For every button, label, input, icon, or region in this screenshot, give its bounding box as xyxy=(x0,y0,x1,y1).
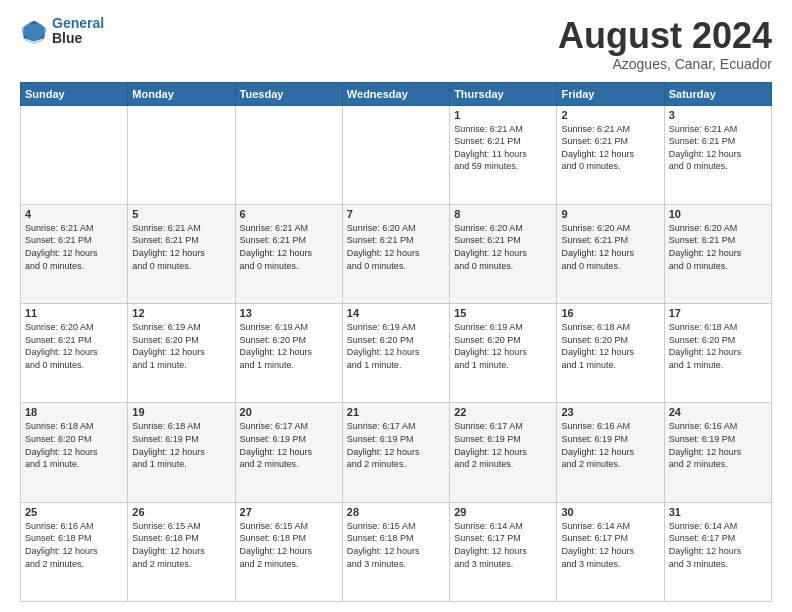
subtitle: Azogues, Canar, Ecuador xyxy=(558,56,772,72)
calendar-cell: 13Sunrise: 6:19 AM Sunset: 6:20 PM Dayli… xyxy=(235,304,342,403)
calendar-cell: 4Sunrise: 6:21 AM Sunset: 6:21 PM Daylig… xyxy=(21,204,128,303)
day-info: Sunrise: 6:19 AM Sunset: 6:20 PM Dayligh… xyxy=(347,321,445,371)
day-number: 29 xyxy=(454,506,552,518)
day-info: Sunrise: 6:14 AM Sunset: 6:17 PM Dayligh… xyxy=(561,520,659,570)
main-title: August 2024 xyxy=(558,16,772,56)
calendar-cell: 30Sunrise: 6:14 AM Sunset: 6:17 PM Dayli… xyxy=(557,502,664,601)
day-number: 3 xyxy=(669,109,767,121)
day-number: 28 xyxy=(347,506,445,518)
calendar-cell: 24Sunrise: 6:16 AM Sunset: 6:19 PM Dayli… xyxy=(664,403,771,502)
calendar-cell: 1Sunrise: 6:21 AM Sunset: 6:21 PM Daylig… xyxy=(450,105,557,204)
calendar-cell: 28Sunrise: 6:15 AM Sunset: 6:18 PM Dayli… xyxy=(342,502,449,601)
day-info: Sunrise: 6:16 AM Sunset: 6:18 PM Dayligh… xyxy=(25,520,123,570)
day-info: Sunrise: 6:21 AM Sunset: 6:21 PM Dayligh… xyxy=(240,222,338,272)
calendar-header-friday: Friday xyxy=(557,82,664,105)
calendar-cell: 22Sunrise: 6:17 AM Sunset: 6:19 PM Dayli… xyxy=(450,403,557,502)
day-info: Sunrise: 6:20 AM Sunset: 6:21 PM Dayligh… xyxy=(669,222,767,272)
calendar-header-monday: Monday xyxy=(128,82,235,105)
day-info: Sunrise: 6:21 AM Sunset: 6:21 PM Dayligh… xyxy=(454,123,552,173)
day-info: Sunrise: 6:14 AM Sunset: 6:17 PM Dayligh… xyxy=(669,520,767,570)
day-info: Sunrise: 6:17 AM Sunset: 6:19 PM Dayligh… xyxy=(347,420,445,470)
calendar-cell: 31Sunrise: 6:14 AM Sunset: 6:17 PM Dayli… xyxy=(664,502,771,601)
day-info: Sunrise: 6:20 AM Sunset: 6:21 PM Dayligh… xyxy=(561,222,659,272)
day-number: 19 xyxy=(132,406,230,418)
day-number: 15 xyxy=(454,307,552,319)
day-number: 8 xyxy=(454,208,552,220)
calendar-header-tuesday: Tuesday xyxy=(235,82,342,105)
day-info: Sunrise: 6:21 AM Sunset: 6:21 PM Dayligh… xyxy=(561,123,659,173)
day-number: 17 xyxy=(669,307,767,319)
day-number: 4 xyxy=(25,208,123,220)
day-number: 10 xyxy=(669,208,767,220)
calendar-cell: 15Sunrise: 6:19 AM Sunset: 6:20 PM Dayli… xyxy=(450,304,557,403)
header: General Blue August 2024 Azogues, Canar,… xyxy=(20,16,772,72)
calendar-week-2: 11Sunrise: 6:20 AM Sunset: 6:21 PM Dayli… xyxy=(21,304,772,403)
calendar-cell: 27Sunrise: 6:15 AM Sunset: 6:18 PM Dayli… xyxy=(235,502,342,601)
day-number: 12 xyxy=(132,307,230,319)
title-block: August 2024 Azogues, Canar, Ecuador xyxy=(558,16,772,72)
calendar-header-wednesday: Wednesday xyxy=(342,82,449,105)
calendar-header-row: SundayMondayTuesdayWednesdayThursdayFrid… xyxy=(21,82,772,105)
day-info: Sunrise: 6:21 AM Sunset: 6:21 PM Dayligh… xyxy=(132,222,230,272)
calendar-cell xyxy=(235,105,342,204)
page: General Blue August 2024 Azogues, Canar,… xyxy=(0,0,792,612)
calendar-cell xyxy=(21,105,128,204)
calendar-cell: 17Sunrise: 6:18 AM Sunset: 6:20 PM Dayli… xyxy=(664,304,771,403)
day-info: Sunrise: 6:18 AM Sunset: 6:20 PM Dayligh… xyxy=(561,321,659,371)
day-number: 5 xyxy=(132,208,230,220)
day-number: 13 xyxy=(240,307,338,319)
day-number: 1 xyxy=(454,109,552,121)
day-info: Sunrise: 6:17 AM Sunset: 6:19 PM Dayligh… xyxy=(454,420,552,470)
calendar-cell: 29Sunrise: 6:14 AM Sunset: 6:17 PM Dayli… xyxy=(450,502,557,601)
calendar-cell: 25Sunrise: 6:16 AM Sunset: 6:18 PM Dayli… xyxy=(21,502,128,601)
calendar-cell: 23Sunrise: 6:16 AM Sunset: 6:19 PM Dayli… xyxy=(557,403,664,502)
day-number: 11 xyxy=(25,307,123,319)
calendar-header-thursday: Thursday xyxy=(450,82,557,105)
calendar-cell: 19Sunrise: 6:18 AM Sunset: 6:19 PM Dayli… xyxy=(128,403,235,502)
calendar-week-1: 4Sunrise: 6:21 AM Sunset: 6:21 PM Daylig… xyxy=(21,204,772,303)
calendar-cell: 16Sunrise: 6:18 AM Sunset: 6:20 PM Dayli… xyxy=(557,304,664,403)
calendar-cell xyxy=(128,105,235,204)
day-number: 16 xyxy=(561,307,659,319)
day-info: Sunrise: 6:17 AM Sunset: 6:19 PM Dayligh… xyxy=(240,420,338,470)
calendar-header-saturday: Saturday xyxy=(664,82,771,105)
day-number: 9 xyxy=(561,208,659,220)
day-info: Sunrise: 6:16 AM Sunset: 6:19 PM Dayligh… xyxy=(669,420,767,470)
calendar-cell: 20Sunrise: 6:17 AM Sunset: 6:19 PM Dayli… xyxy=(235,403,342,502)
calendar-cell: 10Sunrise: 6:20 AM Sunset: 6:21 PM Dayli… xyxy=(664,204,771,303)
calendar-cell: 14Sunrise: 6:19 AM Sunset: 6:20 PM Dayli… xyxy=(342,304,449,403)
day-number: 30 xyxy=(561,506,659,518)
logo-icon xyxy=(20,17,48,45)
calendar-cell xyxy=(342,105,449,204)
calendar-cell: 9Sunrise: 6:20 AM Sunset: 6:21 PM Daylig… xyxy=(557,204,664,303)
day-number: 6 xyxy=(240,208,338,220)
day-number: 23 xyxy=(561,406,659,418)
day-info: Sunrise: 6:15 AM Sunset: 6:18 PM Dayligh… xyxy=(347,520,445,570)
calendar-cell: 5Sunrise: 6:21 AM Sunset: 6:21 PM Daylig… xyxy=(128,204,235,303)
calendar-cell: 6Sunrise: 6:21 AM Sunset: 6:21 PM Daylig… xyxy=(235,204,342,303)
day-info: Sunrise: 6:19 AM Sunset: 6:20 PM Dayligh… xyxy=(454,321,552,371)
day-info: Sunrise: 6:20 AM Sunset: 6:21 PM Dayligh… xyxy=(25,321,123,371)
day-info: Sunrise: 6:20 AM Sunset: 6:21 PM Dayligh… xyxy=(347,222,445,272)
day-info: Sunrise: 6:14 AM Sunset: 6:17 PM Dayligh… xyxy=(454,520,552,570)
day-info: Sunrise: 6:21 AM Sunset: 6:21 PM Dayligh… xyxy=(25,222,123,272)
day-number: 25 xyxy=(25,506,123,518)
calendar-cell: 2Sunrise: 6:21 AM Sunset: 6:21 PM Daylig… xyxy=(557,105,664,204)
calendar-cell: 7Sunrise: 6:20 AM Sunset: 6:21 PM Daylig… xyxy=(342,204,449,303)
calendar-cell: 12Sunrise: 6:19 AM Sunset: 6:20 PM Dayli… xyxy=(128,304,235,403)
calendar-cell: 11Sunrise: 6:20 AM Sunset: 6:21 PM Dayli… xyxy=(21,304,128,403)
day-info: Sunrise: 6:19 AM Sunset: 6:20 PM Dayligh… xyxy=(132,321,230,371)
calendar-cell: 21Sunrise: 6:17 AM Sunset: 6:19 PM Dayli… xyxy=(342,403,449,502)
calendar-week-3: 18Sunrise: 6:18 AM Sunset: 6:20 PM Dayli… xyxy=(21,403,772,502)
day-number: 2 xyxy=(561,109,659,121)
day-info: Sunrise: 6:18 AM Sunset: 6:20 PM Dayligh… xyxy=(669,321,767,371)
day-number: 7 xyxy=(347,208,445,220)
day-number: 26 xyxy=(132,506,230,518)
day-info: Sunrise: 6:16 AM Sunset: 6:19 PM Dayligh… xyxy=(561,420,659,470)
day-number: 20 xyxy=(240,406,338,418)
day-info: Sunrise: 6:18 AM Sunset: 6:20 PM Dayligh… xyxy=(25,420,123,470)
day-info: Sunrise: 6:18 AM Sunset: 6:19 PM Dayligh… xyxy=(132,420,230,470)
calendar-week-4: 25Sunrise: 6:16 AM Sunset: 6:18 PM Dayli… xyxy=(21,502,772,601)
day-info: Sunrise: 6:19 AM Sunset: 6:20 PM Dayligh… xyxy=(240,321,338,371)
day-number: 27 xyxy=(240,506,338,518)
